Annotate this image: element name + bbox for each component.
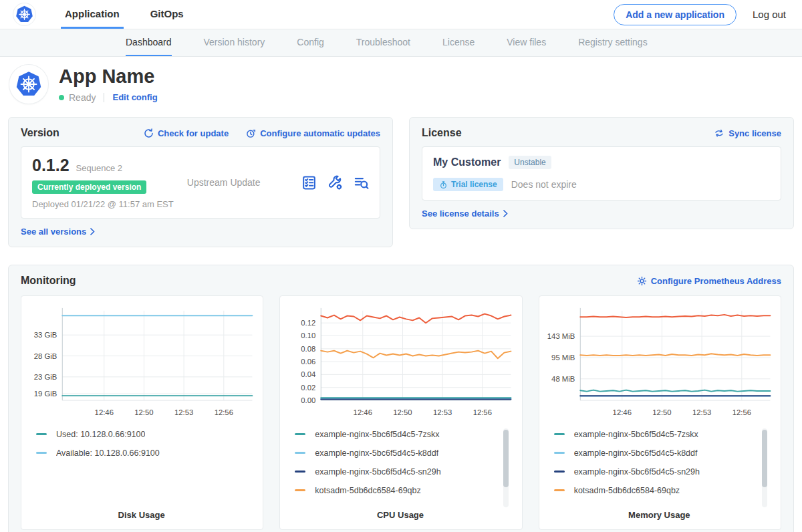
kubernetes-logo-icon <box>13 3 35 25</box>
subnav-tab-view-files[interactable]: View files <box>507 29 546 56</box>
legend-item: kotsadm-5db6dc6584-69qbz <box>295 486 495 495</box>
subnav-tab-troubleshoot[interactable]: Troubleshoot <box>356 29 410 56</box>
subnav-tab-registry-settings[interactable]: Registry settings <box>578 29 647 56</box>
logout-button[interactable]: Log out <box>753 9 786 20</box>
svg-text:23 GiB: 23 GiB <box>34 373 57 381</box>
legend-item: kotsadm-5db6dc6584-69qbz <box>554 486 754 495</box>
dashboard-content: Version Check for update Configure autom… <box>0 117 802 532</box>
legend-color-dash <box>36 433 47 435</box>
legend-color-dash <box>295 433 305 435</box>
app-subnav: Dashboard Version history Config Trouble… <box>0 29 802 57</box>
primary-nav-tabs: Application GitOps <box>61 0 211 29</box>
svg-text:0.06: 0.06 <box>301 358 316 366</box>
svg-text:33 GiB: 33 GiB <box>34 331 57 339</box>
app-avatar <box>9 65 48 104</box>
chevron-right-icon <box>503 210 508 217</box>
legend-item: example-nginx-5bc6f5d4c5-k8ddf <box>554 448 754 458</box>
version-card: Version Check for update Configure autom… <box>8 117 393 247</box>
current-version-box: 0.1.2 Sequence 2 Currently deployed vers… <box>21 146 380 219</box>
app-header: App Name Ready Edit config <box>0 57 802 114</box>
configure-prometheus-link[interactable]: Configure Prometheus Address <box>637 276 781 286</box>
configure-automatic-updates-link[interactable]: Configure automatic updates <box>246 128 380 138</box>
chart-card-disk-usage: 12:4612:5012:5312:5633 GiB28 GiB23 GiB19… <box>21 295 263 530</box>
page-title: App Name <box>59 66 158 88</box>
monitoring-section: Monitoring Configure Prometheus Address … <box>8 265 794 532</box>
legend-item: example-nginx-5bc6f5d4c5-7zskx <box>295 430 495 439</box>
chart-card-memory-usage: 12:4612:5012:5312:56143 MiB95 MiB48 MiB … <box>539 295 781 530</box>
cpu-usage-legend: example-nginx-5bc6f5d4c5-7zskx example-n… <box>295 430 509 505</box>
disk-usage-chart: 12:4612:5012:5312:5633 GiB28 GiB23 GiB19… <box>25 303 257 422</box>
legend-item: example-nginx-5bc6f5d4c5-k8ddf <box>295 448 495 458</box>
disk-usage-legend: Used: 10.128.0.66:9100 Available: 10.128… <box>36 430 251 467</box>
legend-item: Used: 10.128.0.66:9100 <box>36 430 236 439</box>
clock-update-icon <box>246 128 256 138</box>
cpu-usage-chart: 12:4612:5012:5312:560.120.100.080.060.04… <box>284 303 516 422</box>
legend-color-dash <box>554 489 565 491</box>
svg-text:19 GiB: 19 GiB <box>34 390 57 398</box>
legend-color-dash <box>554 471 565 473</box>
version-card-title: Version <box>21 127 59 139</box>
svg-text:0.02: 0.02 <box>301 384 316 392</box>
svg-text:12:53: 12:53 <box>174 408 193 416</box>
nav-tab-application[interactable]: Application <box>61 0 124 29</box>
svg-text:0.08: 0.08 <box>301 345 316 353</box>
app-status-text: Ready <box>69 92 96 103</box>
add-new-application-button[interactable]: Add a new application <box>614 4 737 25</box>
preflight-checks-icon[interactable] <box>301 175 317 190</box>
gear-icon <box>637 276 647 286</box>
subnav-tab-license[interactable]: License <box>442 29 475 56</box>
scrollbar-thumb[interactable] <box>762 430 767 487</box>
subnav-tab-dashboard[interactable]: Dashboard <box>126 29 172 56</box>
deploy-logs-icon[interactable] <box>354 175 369 190</box>
legend-item: example-nginx-5bc6f5d4c5-7zskx <box>554 430 754 439</box>
svg-text:12:50: 12:50 <box>134 408 153 416</box>
svg-text:143 MiB: 143 MiB <box>547 332 575 340</box>
svg-text:12:56: 12:56 <box>732 408 751 416</box>
memory-usage-chart: 12:4612:5012:5312:56143 MiB95 MiB48 MiB <box>543 303 775 422</box>
svg-text:12:53: 12:53 <box>433 408 452 416</box>
trial-license-badge: Trial license <box>433 178 503 191</box>
svg-text:12:50: 12:50 <box>394 408 412 416</box>
svg-text:12:46: 12:46 <box>612 408 631 416</box>
chart-title: Memory Usage <box>543 505 775 520</box>
channel-badge: Unstable <box>509 156 551 169</box>
svg-text:0.10: 0.10 <box>301 331 316 340</box>
nav-tab-gitops[interactable]: GitOps <box>146 0 188 29</box>
legend-color-dash <box>554 433 565 435</box>
subnav-tab-config[interactable]: Config <box>297 29 323 56</box>
config-wrench-icon[interactable] <box>327 175 343 190</box>
svg-text:12:56: 12:56 <box>473 408 492 416</box>
customer-name: My Customer <box>433 156 501 168</box>
license-card-title: License <box>422 127 462 139</box>
status-dot-ready <box>59 95 64 100</box>
scrollbar-thumb[interactable] <box>503 430 509 487</box>
svg-text:12:53: 12:53 <box>692 408 711 416</box>
svg-text:48 MiB: 48 MiB <box>551 375 575 383</box>
sync-license-link[interactable]: Sync license <box>714 128 781 138</box>
legend-item: example-nginx-5bc6f5d4c5-sn29h <box>295 467 495 477</box>
version-sequence: Sequence 2 <box>76 163 122 173</box>
currently-deployed-badge: Currently deployed version <box>32 180 146 194</box>
see-license-details-link[interactable]: See license details <box>422 209 508 219</box>
svg-text:12:50: 12:50 <box>652 408 671 416</box>
memory-usage-legend: example-nginx-5bc6f5d4c5-7zskx example-n… <box>554 430 769 505</box>
see-all-versions-link[interactable]: See all versions <box>21 227 95 237</box>
edit-config-link[interactable]: Edit config <box>112 92 157 102</box>
svg-text:95 MiB: 95 MiB <box>551 354 575 362</box>
top-navbar: Application GitOps Add a new application… <box>0 0 802 29</box>
svg-text:0.04: 0.04 <box>301 370 316 378</box>
svg-text:28 GiB: 28 GiB <box>34 352 57 360</box>
subnav-tab-version-history[interactable]: Version history <box>204 29 265 56</box>
check-for-update-link[interactable]: Check for update <box>144 128 229 138</box>
monitoring-title: Monitoring <box>21 275 76 287</box>
license-card: License Sync license My Customer Unstabl… <box>409 117 794 229</box>
legend-scrollbar <box>762 428 767 507</box>
license-expiration: Does not expire <box>511 179 577 190</box>
legend-color-dash <box>554 452 565 454</box>
stopwatch-icon <box>439 180 448 189</box>
legend-color-dash <box>295 489 305 491</box>
chevron-right-icon <box>90 228 95 235</box>
refresh-icon <box>144 128 154 138</box>
chart-title: Disk Usage <box>25 505 257 520</box>
legend-item: Available: 10.128.0.66:9100 <box>36 448 236 458</box>
